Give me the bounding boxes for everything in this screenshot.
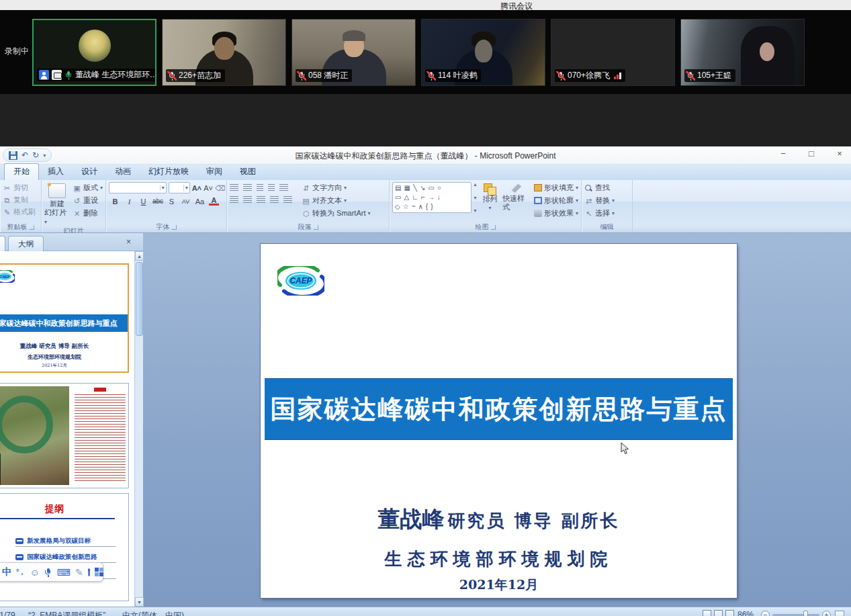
tab-review[interactable]: 审阅: [197, 164, 231, 180]
dialog-launcher-icon[interactable]: [172, 225, 177, 230]
zoom-slider-thumb[interactable]: [803, 611, 808, 616]
caep-logo: CAEP: [0, 270, 15, 283]
video-tile[interactable]: 226+苗志加: [162, 19, 286, 86]
panel-close-icon[interactable]: ×: [126, 237, 131, 247]
participant-name: 226+苗志加: [179, 70, 221, 81]
normal-view-icon[interactable]: [703, 610, 711, 616]
grow-font-button[interactable]: A˄: [192, 184, 201, 192]
format-painter-button[interactable]: ✎格式刷: [3, 206, 38, 218]
arrange-button[interactable]: 排列▾: [480, 182, 500, 222]
video-tile[interactable]: 105+王媞: [680, 19, 805, 86]
dialog-launcher-icon[interactable]: [314, 225, 318, 230]
language-indicator[interactable]: 中文(简体，中国): [122, 610, 184, 616]
drawing-group-label: 绘图: [390, 222, 581, 232]
align-center-icon[interactable]: [243, 196, 252, 203]
copy-button[interactable]: ⧉复制: [3, 194, 38, 206]
delete-button[interactable]: ✕删除: [73, 208, 103, 219]
participant-name-bar: 105+王媞: [684, 69, 735, 82]
decrease-indent-icon[interactable]: [257, 184, 263, 191]
tab-home[interactable]: 开始: [4, 163, 39, 180]
ime-mode-icon[interactable]: 中: [2, 566, 11, 578]
voice-input-icon[interactable]: [44, 568, 52, 577]
slide-org-line: 生态环境部环境规划院: [261, 547, 737, 571]
align-left-icon[interactable]: [230, 196, 238, 203]
reset-button[interactable]: ↺重设: [73, 195, 103, 206]
tab-design[interactable]: 设计: [73, 164, 106, 180]
select-button[interactable]: ↖选择▾: [584, 208, 629, 219]
tab-slides[interactable]: [0, 236, 5, 251]
maximize-button[interactable]: □: [805, 148, 817, 159]
close-button[interactable]: ×: [834, 148, 846, 159]
shape-outline-button[interactable]: 形状轮廓▾: [534, 195, 578, 206]
shape-effects-button[interactable]: 形状效果▾: [534, 208, 578, 219]
zoom-out-button[interactable]: −: [761, 611, 770, 616]
clear-formatting-icon[interactable]: ⌫: [215, 184, 224, 192]
shrink-font-button[interactable]: A˅: [204, 184, 213, 192]
underline-button[interactable]: U: [138, 197, 148, 206]
ribbon-group-slides: 新建 幻灯片 ▾ ▣版式▾ ↺重设 ✕删除 幻灯片: [42, 180, 106, 232]
handwriting-icon[interactable]: ✎: [75, 568, 83, 577]
panel-scrollbar[interactable]: ▲ ▼: [134, 251, 143, 607]
zoom-in-button[interactable]: +: [822, 611, 831, 616]
tab-slideshow[interactable]: 幻灯片放映: [140, 164, 197, 180]
find-button[interactable]: 查找: [584, 182, 629, 193]
tab-animations[interactable]: 动画: [106, 164, 140, 180]
bullets-icon[interactable]: [230, 184, 238, 191]
font-size-combobox[interactable]: ▾: [169, 182, 190, 193]
align-right-icon[interactable]: [257, 196, 265, 203]
scrollbar-thumb[interactable]: [136, 262, 143, 336]
minimize-button[interactable]: −: [777, 148, 789, 159]
thumb-photo: [0, 386, 69, 485]
video-tile[interactable]: 070+徐腾飞: [551, 19, 675, 86]
tab-view[interactable]: 视图: [231, 164, 265, 180]
shapes-gallery-scroll[interactable]: ▲▼▼: [473, 182, 478, 213]
replace-button[interactable]: ⇄替换▾: [584, 195, 629, 206]
text-direction-button[interactable]: ⇵文字方向▾: [302, 182, 370, 193]
slide-canvas[interactable]: CAEP 国家碳达峰碳中和政策创新思路与重点 董战峰 研究员 博导 副所长 生态…: [261, 244, 737, 598]
smartart-button[interactable]: ⬡转换为 SmartArt▾: [302, 208, 370, 219]
font-name-combobox[interactable]: ▾: [109, 182, 167, 193]
quick-styles-button[interactable]: 快速样式: [502, 182, 530, 222]
skin-icon[interactable]: [88, 568, 91, 576]
numbering-icon[interactable]: [243, 184, 252, 191]
text-shadow-button[interactable]: S: [167, 197, 177, 206]
dialog-launcher-icon[interactable]: [30, 225, 34, 230]
shapes-gallery[interactable]: ▤▦╲↘▭○ ▭△∟⌐→↓ ◇☆~∧{}: [392, 182, 472, 213]
new-slide-button[interactable]: 新建 幻灯片 ▾: [44, 182, 70, 226]
columns-icon[interactable]: [283, 196, 292, 203]
video-tile[interactable]: 058 潘时正: [292, 19, 416, 86]
toolbox-icon[interactable]: [95, 568, 97, 576]
italic-button[interactable]: I: [124, 197, 134, 206]
line-spacing-icon[interactable]: [279, 184, 288, 191]
shape-fill-button[interactable]: 形状填充▾: [534, 182, 578, 193]
slide-thumbnail-3[interactable]: 提纲 新发展格局与双碳目标 国家碳达峰政策创新思路 国家碳达峰政策重点任务: [0, 493, 129, 601]
slide-thumbnail-1[interactable]: CAEP 国家碳达峰碳中和政策创新思路与重点 董战峰 研究员 博导 副所长 生态…: [0, 263, 129, 373]
slideshow-view-icon[interactable]: [725, 610, 734, 616]
bold-button[interactable]: B: [110, 197, 120, 206]
tab-outline[interactable]: 大纲: [8, 236, 44, 251]
scroll-down-icon[interactable]: ▼: [135, 597, 144, 607]
align-text-button[interactable]: ▤对齐文本▾: [302, 195, 370, 206]
fit-to-window-icon[interactable]: [835, 611, 844, 616]
video-tile[interactable]: 114 叶凌鹤: [421, 19, 545, 86]
ime-punctuation-icon[interactable]: °，: [16, 567, 25, 577]
participant-name: 058 潘时正: [308, 70, 348, 81]
slide-sorter-icon[interactable]: [714, 610, 723, 616]
strikethrough-button[interactable]: abc: [152, 197, 163, 205]
font-color-button[interactable]: A: [209, 197, 219, 206]
change-case-button[interactable]: Aa: [195, 197, 205, 206]
dialog-launcher-icon[interactable]: [491, 225, 496, 230]
emoji-icon[interactable]: ☺: [30, 568, 39, 577]
increase-indent-icon[interactable]: [268, 184, 275, 191]
video-tile[interactable]: 董战峰 生态环境部环...: [32, 19, 156, 86]
slide-thumbnail-2[interactable]: [0, 383, 129, 488]
zoom-level[interactable]: 86%: [737, 610, 754, 616]
justify-icon[interactable]: [270, 196, 279, 203]
virtual-keyboard-icon[interactable]: ⌨: [57, 568, 71, 577]
video-strip: 录制中 董战峰 生态环境部环... 226+苗志加 058 潘时正: [0, 10, 851, 94]
layout-button[interactable]: ▣版式▾: [73, 182, 103, 193]
scroll-up-icon[interactable]: ▲: [135, 251, 144, 261]
character-spacing-button[interactable]: AV: [181, 198, 191, 205]
cut-button[interactable]: ✂剪切: [3, 182, 38, 193]
tab-insert[interactable]: 插入: [39, 164, 73, 180]
